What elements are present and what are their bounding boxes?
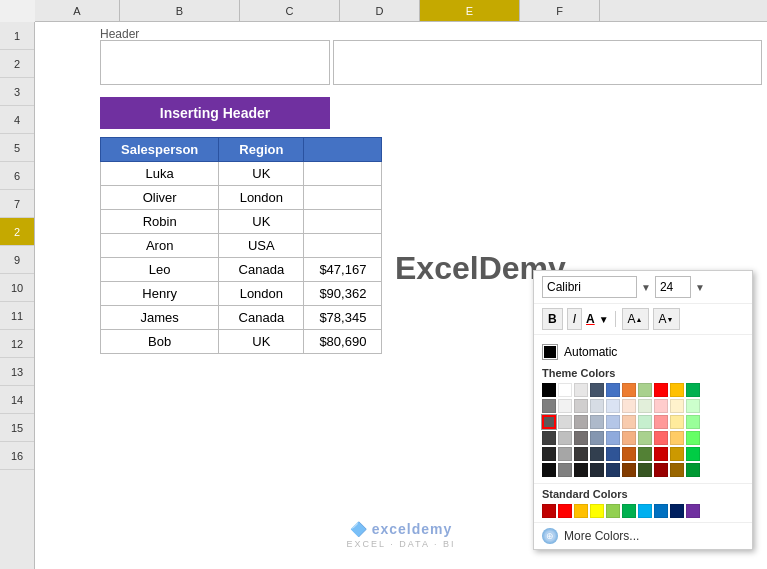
theme-color-swatch[interactable] (542, 415, 556, 429)
theme-color-swatch[interactable] (654, 415, 668, 429)
cell-sales[interactable]: $47,167 (304, 258, 382, 282)
standard-color-swatch[interactable] (574, 504, 588, 518)
cell-region[interactable]: Canada (219, 306, 304, 330)
standard-color-swatch[interactable] (606, 504, 620, 518)
cell-salesperson[interactable]: Aron (101, 234, 219, 258)
cell-salesperson[interactable]: Robin (101, 210, 219, 234)
standard-color-swatch[interactable] (590, 504, 604, 518)
theme-color-swatch[interactable] (590, 399, 604, 413)
cell-region[interactable]: UK (219, 210, 304, 234)
font-color-button[interactable]: A (586, 312, 595, 326)
theme-color-swatch[interactable] (606, 383, 620, 397)
grow-font-button[interactable]: A▲ (622, 308, 649, 330)
theme-color-swatch[interactable] (606, 431, 620, 445)
col-header-e[interactable]: E (420, 0, 520, 21)
bold-button[interactable]: B (542, 308, 563, 330)
theme-color-swatch[interactable] (654, 431, 668, 445)
col-header-d[interactable]: D (340, 0, 420, 21)
cell-salesperson[interactable]: Luka (101, 162, 219, 186)
theme-color-swatch[interactable] (622, 415, 636, 429)
theme-color-swatch[interactable] (638, 383, 652, 397)
theme-color-swatch[interactable] (606, 399, 620, 413)
theme-color-swatch[interactable] (574, 415, 588, 429)
theme-color-swatch[interactable] (670, 463, 684, 477)
theme-color-swatch[interactable] (558, 431, 572, 445)
theme-color-swatch[interactable] (542, 399, 556, 413)
theme-color-swatch[interactable] (638, 463, 652, 477)
standard-color-swatch[interactable] (558, 504, 572, 518)
theme-color-swatch[interactable] (574, 399, 588, 413)
theme-color-swatch[interactable] (670, 431, 684, 445)
theme-color-swatch[interactable] (638, 431, 652, 445)
theme-color-swatch[interactable] (686, 383, 700, 397)
cell-salesperson[interactable]: Henry (101, 282, 219, 306)
cell-salesperson[interactable]: James (101, 306, 219, 330)
theme-color-swatch[interactable] (622, 431, 636, 445)
theme-color-swatch[interactable] (574, 447, 588, 461)
cell-sales[interactable]: $78,345 (304, 306, 382, 330)
theme-color-swatch[interactable] (574, 463, 588, 477)
cell-salesperson[interactable]: Leo (101, 258, 219, 282)
theme-color-swatch[interactable] (558, 415, 572, 429)
standard-color-swatch[interactable] (670, 504, 684, 518)
cell-region[interactable]: Canada (219, 258, 304, 282)
theme-color-swatch[interactable] (606, 415, 620, 429)
header-right-box[interactable] (333, 40, 762, 85)
standard-color-swatch[interactable] (686, 504, 700, 518)
font-size-dropdown-icon[interactable]: ▼ (695, 282, 705, 293)
theme-color-swatch[interactable] (574, 383, 588, 397)
header-left-box[interactable] (100, 40, 330, 85)
theme-color-swatch[interactable] (606, 447, 620, 461)
font-size-input[interactable]: 24 (655, 276, 691, 298)
theme-color-swatch[interactable] (590, 447, 604, 461)
cell-region[interactable]: UK (219, 330, 304, 354)
col-header-f[interactable]: F (520, 0, 600, 21)
theme-color-swatch[interactable] (622, 383, 636, 397)
standard-color-swatch[interactable] (542, 504, 556, 518)
font-color-dropdown[interactable]: ▼ (599, 314, 609, 325)
cell-sales[interactable] (304, 162, 382, 186)
theme-color-swatch[interactable] (686, 447, 700, 461)
theme-color-swatch[interactable] (590, 415, 604, 429)
cell-region[interactable]: USA (219, 234, 304, 258)
cell-salesperson[interactable]: Oliver (101, 186, 219, 210)
cell-sales[interactable] (304, 234, 382, 258)
theme-color-swatch[interactable] (638, 447, 652, 461)
theme-color-swatch[interactable] (638, 415, 652, 429)
theme-color-swatch[interactable] (638, 399, 652, 413)
theme-color-swatch[interactable] (606, 463, 620, 477)
theme-color-swatch[interactable] (574, 431, 588, 445)
cell-region[interactable]: London (219, 282, 304, 306)
theme-color-swatch[interactable] (670, 399, 684, 413)
cell-sales[interactable]: $80,690 (304, 330, 382, 354)
theme-color-swatch[interactable] (622, 447, 636, 461)
cell-region[interactable]: UK (219, 162, 304, 186)
theme-color-swatch[interactable] (542, 383, 556, 397)
cell-sales[interactable]: $90,362 (304, 282, 382, 306)
cell-region[interactable]: London (219, 186, 304, 210)
font-name-input[interactable]: Calibri (542, 276, 637, 298)
col-header-a[interactable]: A (35, 0, 120, 21)
shrink-font-button[interactable]: A▼ (653, 308, 680, 330)
theme-color-swatch[interactable] (590, 463, 604, 477)
theme-color-swatch[interactable] (558, 447, 572, 461)
font-name-dropdown-icon[interactable]: ▼ (641, 282, 651, 293)
theme-color-swatch[interactable] (590, 431, 604, 445)
theme-color-swatch[interactable] (654, 399, 668, 413)
theme-color-swatch[interactable] (558, 399, 572, 413)
col-header-c[interactable]: C (240, 0, 340, 21)
theme-color-swatch[interactable] (654, 383, 668, 397)
cell-salesperson[interactable]: Bob (101, 330, 219, 354)
theme-color-swatch[interactable] (590, 383, 604, 397)
automatic-color-row[interactable]: Automatic (542, 341, 744, 363)
theme-color-swatch[interactable] (542, 463, 556, 477)
standard-color-swatch[interactable] (622, 504, 636, 518)
theme-color-swatch[interactable] (654, 463, 668, 477)
standard-color-swatch[interactable] (638, 504, 652, 518)
theme-color-swatch[interactable] (558, 463, 572, 477)
more-colors-button[interactable]: ⊕ More Colors... (534, 522, 752, 549)
theme-color-swatch[interactable] (558, 383, 572, 397)
theme-color-swatch[interactable] (654, 447, 668, 461)
italic-button[interactable]: I (567, 308, 582, 330)
theme-color-swatch[interactable] (686, 415, 700, 429)
